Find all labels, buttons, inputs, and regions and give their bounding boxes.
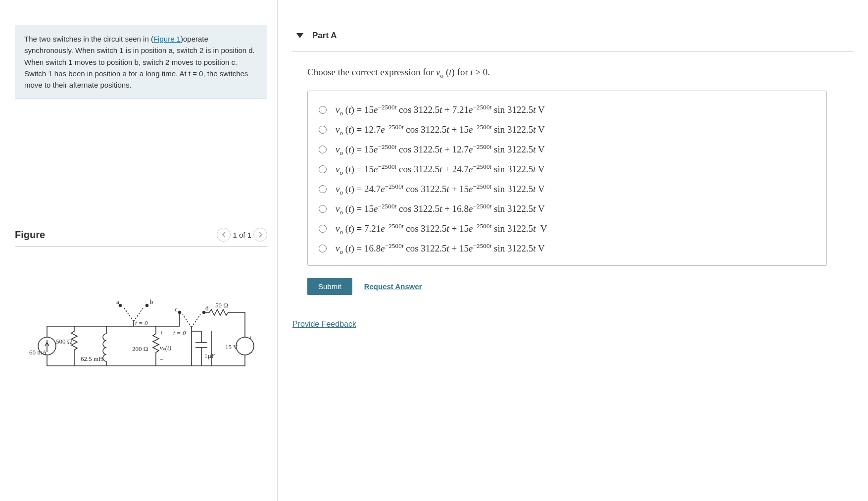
label-vminus: − <box>249 349 252 356</box>
answer-option-3[interactable]: vo (t) = 15e−2500t cos 3122.5t + 12.7e−2… <box>319 140 816 159</box>
collapse-icon <box>296 33 303 38</box>
part-a-header[interactable]: Part A <box>292 20 853 52</box>
label-vo: vₒ(t) <box>160 344 171 351</box>
radio-option-4[interactable] <box>319 165 327 173</box>
figure-header: Figure 1 of 1 <box>15 228 267 247</box>
label-minus: − <box>160 356 163 363</box>
label-plus: + <box>160 329 163 337</box>
answer-option-8[interactable]: vo (t) = 16.8e−2500t cos 3122.5t + 15e−2… <box>319 239 816 258</box>
answer-option-6[interactable]: vo (t) = 15e−2500t cos 3122.5t + 16.8e−2… <box>319 199 816 219</box>
label-r50: 50 Ω <box>215 301 228 309</box>
label-b: b <box>150 298 153 305</box>
radio-option-7[interactable] <box>319 225 327 233</box>
answer-option-4[interactable]: vo (t) = 15e−2500t cos 3122.5t + 24.7e−2… <box>319 159 816 179</box>
option-text-1: vo (t) = 15e−2500t cos 3122.5t + 7.21e−2… <box>336 104 545 115</box>
option-text-6: vo (t) = 15e−2500t cos 3122.5t + 16.8e−2… <box>336 203 545 214</box>
radio-option-2[interactable] <box>319 126 327 134</box>
label-vplus: + <box>249 334 252 342</box>
label-d: d <box>205 304 209 312</box>
option-text-2: vo (t) = 12.7e−2500t cos 3122.5t + 15e−2… <box>336 124 545 135</box>
request-answer-link[interactable]: Request Answer <box>364 282 422 291</box>
answer-option-5[interactable]: vo (t) = 24.7e−2500t cos 3122.5t + 15e−2… <box>319 179 816 199</box>
chevron-left-icon <box>222 232 226 238</box>
svg-point-1 <box>119 304 122 307</box>
label-t0-2: t = 0 <box>173 329 186 337</box>
answer-option-1[interactable]: vo (t) = 15e−2500t cos 3122.5t + 7.21e−2… <box>319 100 816 120</box>
figure-next-button[interactable] <box>253 228 267 242</box>
svg-point-3 <box>179 311 181 314</box>
label-a: a <box>116 298 119 305</box>
circuit-figure: a b c d 500 Ω 60 mA 62.5 mH t = 0 t = 0 … <box>15 287 267 386</box>
question-prompt: Choose the correct expression for vo (t)… <box>307 67 853 78</box>
answer-option-2[interactable]: vo (t) = 12.7e−2500t cos 3122.5t + 15e−2… <box>319 120 816 140</box>
figure-link[interactable]: Figure 1 <box>153 35 181 43</box>
radio-option-5[interactable] <box>319 185 327 193</box>
option-text-8: vo (t) = 16.8e−2500t cos 3122.5t + 15e−2… <box>336 243 545 254</box>
option-text-3: vo (t) = 15e−2500t cos 3122.5t + 12.7e−2… <box>336 144 545 155</box>
option-text-4: vo (t) = 15e−2500t cos 3122.5t + 24.7e−2… <box>336 164 545 175</box>
part-title: Part A <box>312 31 337 41</box>
radio-option-6[interactable] <box>319 205 327 213</box>
option-text-5: vo (t) = 24.7e−2500t cos 3122.5t + 15e−2… <box>336 184 545 195</box>
answer-option-7[interactable]: vo (t) = 7.21e−2500t cos 3122.5t + 15e−2… <box>319 219 816 239</box>
chevron-right-icon <box>258 232 263 238</box>
radio-option-3[interactable] <box>319 146 327 153</box>
label-v15: 15 V <box>225 343 238 351</box>
label-c: c <box>175 305 178 313</box>
figure-prev-button[interactable] <box>217 228 231 242</box>
label-l625: 62.5 mH <box>81 355 103 362</box>
figure-title: Figure <box>15 229 45 241</box>
label-i60: 60 mA <box>29 349 47 356</box>
problem-text-pre: The two switches in the circuit seen in … <box>24 35 153 43</box>
label-c1: 1µF <box>204 352 215 359</box>
figure-pager: 1 of 1 <box>233 231 251 239</box>
provide-feedback-link[interactable]: Provide Feedback <box>292 320 356 329</box>
submit-button[interactable]: Submit <box>307 278 352 295</box>
label-r500: 500 Ω <box>56 338 72 345</box>
label-r200: 200 Ω <box>132 345 148 352</box>
radio-option-8[interactable] <box>319 245 327 252</box>
option-text-7: vo (t) = 7.21e−2500t cos 3122.5t + 15e−2… <box>336 223 547 234</box>
svg-point-2 <box>146 304 148 307</box>
problem-statement: The two switches in the circuit seen in … <box>15 25 267 99</box>
answer-options: vo (t) = 15e−2500t cos 3122.5t + 7.21e−2… <box>307 91 827 266</box>
label-t0-1: t = 0 <box>135 319 148 327</box>
radio-option-1[interactable] <box>319 106 327 114</box>
